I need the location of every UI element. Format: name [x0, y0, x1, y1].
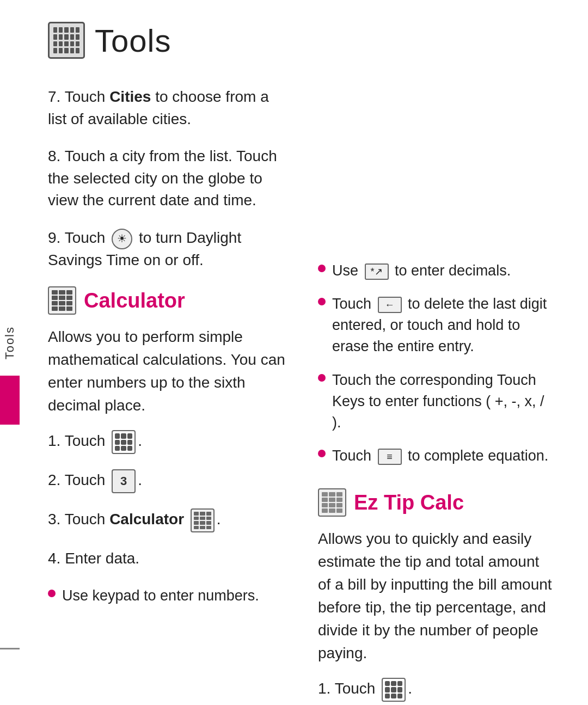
- bullet-dot-2: [318, 265, 326, 272]
- bullet-dot-5: [318, 450, 326, 457]
- bullet-equals: Touch ≡ to complete equation.: [318, 445, 555, 467]
- eztip-section-heading: Ez Tip Calc: [318, 488, 555, 517]
- bullet-delete-text: Touch ← to delete the last digit entered…: [332, 293, 555, 357]
- bullet-keypad-text: Use keypad to enter numbers.: [62, 585, 259, 606]
- tools-icon-1: 3: [112, 469, 136, 493]
- cities-bold: Cities: [109, 88, 151, 105]
- list-item-9: 9. Touch ☀ to turn Daylight Savings Time…: [48, 227, 285, 271]
- calc-step-4: 4. Enter data.: [48, 548, 285, 570]
- item-9-number: 9.: [48, 229, 65, 246]
- calculator-description: Allows you to perform simple mathematica…: [48, 326, 285, 417]
- calculator-bold: Calculator: [109, 511, 184, 528]
- bullet-touch-keys-text: Touch the corresponding Touch Keys to en…: [332, 370, 555, 433]
- sidebar-line: [0, 648, 20, 649]
- main-content: Tools 7. Touch Cities to choose from a l…: [26, 0, 588, 705]
- list-item-8: 8. Touch a city from the list. Touch the…: [48, 145, 285, 212]
- list-item-7: 7. Touch Cities to choose from a list of…: [48, 86, 285, 130]
- eztip-section-title: Ez Tip Calc: [354, 491, 464, 514]
- bullet-keypad: Use keypad to enter numbers.: [48, 585, 285, 606]
- tools-header-icon: [48, 22, 85, 59]
- sidebar-tab: Tools: [0, 299, 20, 387]
- apps-icon-2: [382, 678, 406, 702]
- calc-step-2: 2. Touch 3.: [48, 469, 285, 493]
- bullet-dot-3: [318, 298, 326, 305]
- bullet-equals-text: Touch ≡ to complete equation.: [332, 445, 548, 467]
- calc-icon-1: [191, 508, 215, 532]
- equals-icon: ≡: [378, 449, 402, 465]
- page-title: Tools: [95, 22, 171, 59]
- bullet-touch-keys: Touch the corresponding Touch Keys to en…: [318, 370, 555, 433]
- calculator-heading-icon: [48, 286, 76, 315]
- calc-bullet-list: Use keypad to enter numbers.: [48, 585, 285, 606]
- right-column: Use *↗ to enter decimals. Touch ← to del…: [318, 86, 555, 705]
- eztip-description: Allows you to quickly and easily estimat…: [318, 528, 555, 665]
- left-column: 7. Touch Cities to choose from a list of…: [48, 86, 285, 705]
- sidebar-bar: [0, 376, 20, 425]
- calc-right-bullet-list: Use *↗ to enter decimals. Touch ← to del…: [318, 260, 555, 467]
- star-icon: *↗: [365, 263, 389, 280]
- calc-step-3: 3. Touch Calculator .: [48, 508, 285, 532]
- daylight-icon: ☀: [112, 229, 132, 249]
- apps-icon-1: [112, 430, 136, 454]
- calc-step-1: 1. Touch .: [48, 430, 285, 454]
- eztip-step-1: 1. Touch .: [318, 678, 555, 702]
- bullet-delete: Touch ← to delete the last digit entered…: [318, 293, 555, 357]
- backspace-icon: ←: [378, 297, 402, 313]
- bullet-decimals-text: Use *↗ to enter decimals.: [332, 260, 511, 281]
- calculator-section-heading: Calculator: [48, 286, 285, 315]
- bullet-dot: [48, 590, 56, 597]
- item-8-number: 8.: [48, 148, 65, 164]
- two-column-layout: 7. Touch Cities to choose from a list of…: [48, 86, 555, 705]
- sidebar-label: Tools: [3, 326, 17, 359]
- calculator-section-title: Calculator: [84, 289, 185, 312]
- bullet-dot-4: [318, 374, 326, 382]
- eztip-heading-icon: [318, 488, 346, 517]
- item-7-number: 7.: [48, 88, 65, 105]
- bullet-decimals: Use *↗ to enter decimals.: [318, 260, 555, 281]
- page-header: Tools: [48, 22, 555, 59]
